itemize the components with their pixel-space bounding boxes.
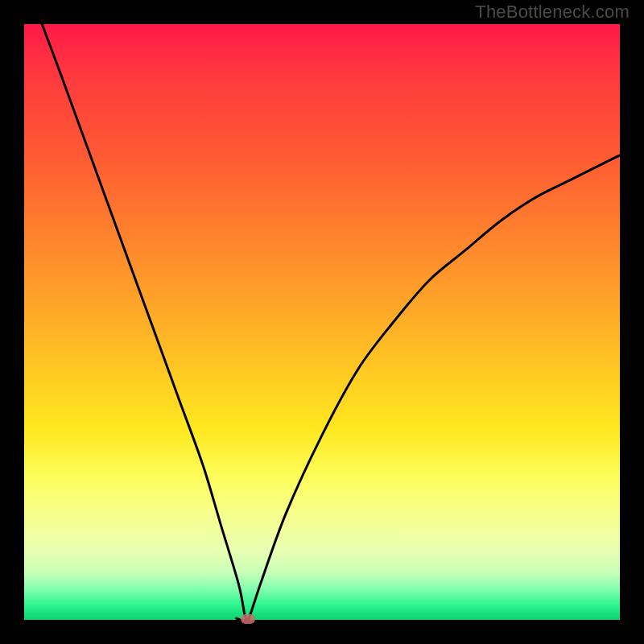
bottleneck-curve <box>24 24 620 620</box>
plot-area <box>24 24 620 620</box>
watermark-text: TheBottleneck.com <box>475 2 630 23</box>
chart-frame: TheBottleneck.com <box>0 0 644 644</box>
minimum-marker <box>241 614 255 624</box>
